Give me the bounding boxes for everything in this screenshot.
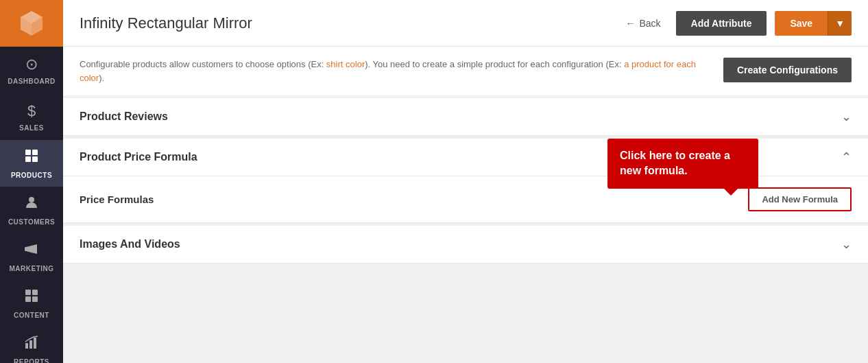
- sidebar-item-products[interactable]: PRODUCTS: [0, 140, 63, 187]
- dashboard-icon: ⊙: [25, 56, 38, 73]
- tooltip-box: Click here to create a new formula.: [607, 139, 758, 189]
- sidebar-item-dashboard[interactable]: ⊙ DASHBOARD: [0, 47, 63, 93]
- marketing-icon: [24, 242, 39, 261]
- info-banner-text: Configurable products allow customers to…: [80, 58, 712, 84]
- svg-rect-3: [32, 156, 38, 162]
- svg-rect-2: [25, 156, 31, 162]
- price-formulas-subsection: Price Formulas Click here to create a ne…: [63, 176, 868, 223]
- sidebar-label-sales: SALES: [19, 124, 44, 132]
- product-price-formula-section: Product Price Formula ⌃ Price Formulas C…: [63, 139, 868, 223]
- shirt-color-link[interactable]: shirt color: [326, 59, 365, 69]
- svg-rect-10: [25, 343, 28, 349]
- sales-icon: $: [27, 102, 36, 120]
- back-label: Back: [639, 18, 660, 29]
- images-and-videos-section: Images And Videos ⌄: [63, 226, 868, 264]
- add-attribute-button[interactable]: Add Attribute: [676, 11, 767, 36]
- sidebar-item-content[interactable]: CONTENT: [0, 280, 63, 327]
- chevron-down-icon: ▼: [835, 18, 845, 29]
- svg-rect-9: [32, 296, 38, 302]
- sidebar-item-marketing[interactable]: MARKETING: [0, 233, 63, 280]
- svg-rect-7: [32, 290, 38, 295]
- sidebar-label-products: PRODUCTS: [11, 172, 52, 179]
- save-button[interactable]: Save: [775, 11, 828, 36]
- svg-rect-11: [29, 340, 32, 349]
- product-reviews-title: Product Reviews: [80, 110, 168, 123]
- back-button[interactable]: ← Back: [618, 14, 667, 33]
- product-reviews-section: Product Reviews ⌄: [63, 98, 868, 136]
- products-icon: [24, 148, 39, 167]
- sidebar: ⊙ DASHBOARD $ SALES PRODUCTS CUSTOMERS: [0, 0, 63, 363]
- sidebar-label-marketing: MARKETING: [9, 265, 53, 272]
- page-content: Configurable products allow customers to…: [63, 47, 868, 363]
- svg-point-4: [29, 197, 34, 202]
- svg-rect-12: [34, 338, 36, 349]
- add-new-formula-button[interactable]: Add New Formula: [748, 187, 852, 211]
- create-configurations-button[interactable]: Create Configurations: [723, 58, 852, 82]
- product-reviews-header[interactable]: Product Reviews ⌄: [63, 98, 868, 136]
- sidebar-logo[interactable]: [0, 0, 63, 47]
- back-arrow-icon: ←: [625, 18, 635, 29]
- sidebar-item-sales[interactable]: $ SALES: [0, 93, 63, 140]
- info-banner: Configurable products allow customers to…: [63, 47, 868, 95]
- images-and-videos-title: Images And Videos: [80, 238, 180, 250]
- product-reviews-chevron: ⌄: [841, 109, 852, 124]
- sidebar-item-customers[interactable]: CUSTOMERS: [0, 187, 63, 233]
- content-icon: [24, 288, 39, 307]
- save-button-group: Save ▼: [775, 11, 852, 36]
- svg-rect-8: [25, 296, 31, 302]
- price-formulas-title: Price Formulas: [80, 194, 154, 205]
- header-actions: ← Back Add Attribute Save ▼: [618, 11, 852, 36]
- svg-rect-1: [32, 150, 38, 155]
- save-dropdown-button[interactable]: ▼: [828, 11, 852, 36]
- svg-rect-5: [25, 247, 27, 251]
- sidebar-label-content: CONTENT: [14, 312, 49, 319]
- customers-icon: [24, 195, 39, 214]
- images-and-videos-header[interactable]: Images And Videos ⌄: [63, 226, 868, 264]
- reports-icon: [24, 335, 39, 354]
- sidebar-label-customers: CUSTOMERS: [8, 218, 55, 226]
- svg-rect-6: [25, 290, 31, 295]
- images-and-videos-chevron: ⌄: [841, 237, 852, 252]
- product-price-formula-body: Price Formulas Click here to create a ne…: [63, 176, 868, 223]
- product-price-formula-chevron: ⌃: [841, 150, 852, 165]
- page-header: Infinity Rectangular Mirror ← Back Add A…: [63, 0, 868, 47]
- sidebar-label-reports: REPORTS: [14, 358, 49, 364]
- sidebar-label-dashboard: DASHBOARD: [8, 78, 56, 85]
- sidebar-item-reports[interactable]: REPORTS: [0, 327, 63, 363]
- svg-rect-0: [25, 150, 31, 155]
- page-title: Infinity Rectangular Mirror: [80, 14, 618, 32]
- product-price-formula-title: Product Price Formula: [80, 151, 197, 163]
- main-content: Infinity Rectangular Mirror ← Back Add A…: [63, 0, 868, 363]
- tooltip-text: Click here to create a new formula.: [620, 150, 730, 176]
